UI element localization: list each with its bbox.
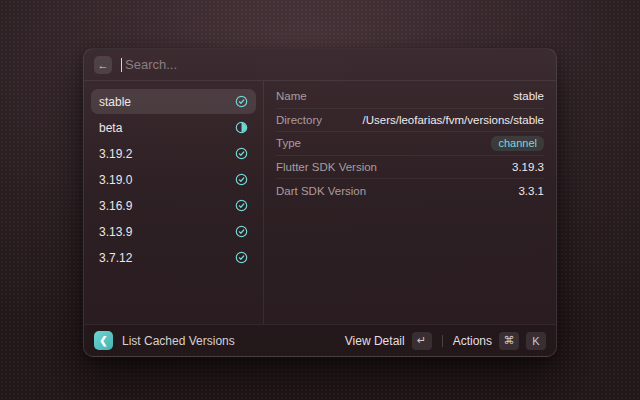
footer-actions: View Detail ↵ Actions ⌘ K bbox=[345, 332, 546, 350]
detail-value: 3.3.1 bbox=[518, 185, 544, 197]
list-item-3-7-12[interactable]: 3.7.12 bbox=[91, 245, 256, 270]
extension-name: List Cached Versions bbox=[122, 334, 235, 348]
back-button[interactable]: ← bbox=[94, 56, 112, 74]
list-item-beta[interactable]: beta bbox=[91, 115, 256, 140]
detail-label: Dart SDK Version bbox=[276, 185, 366, 197]
view-detail-button[interactable]: View Detail bbox=[345, 334, 405, 348]
detail-label: Type bbox=[276, 137, 301, 149]
back-arrow-icon: ← bbox=[98, 59, 109, 71]
channel-tag: channel bbox=[491, 136, 544, 151]
footer-divider bbox=[442, 335, 443, 347]
detail-row-directory: Directory /Users/leofarias/fvm/versions/… bbox=[276, 109, 544, 133]
detail-row-type: Type channel bbox=[276, 132, 544, 156]
k-keycap: K bbox=[526, 332, 546, 350]
detail-label: Flutter SDK Version bbox=[276, 161, 377, 173]
detail-panel: Name stable Directory /Users/leofarias/f… bbox=[264, 81, 556, 324]
action-bar: ❮ List Cached Versions View Detail ↵ Act… bbox=[84, 324, 556, 356]
list-item-label: 3.19.2 bbox=[99, 147, 132, 161]
check-circle-icon bbox=[235, 199, 248, 212]
check-circle-icon bbox=[235, 173, 248, 186]
list-item-3-19-0[interactable]: 3.19.0 bbox=[91, 167, 256, 192]
list-item-3-19-2[interactable]: 3.19.2 bbox=[91, 141, 256, 166]
list-item-label: stable bbox=[99, 95, 131, 109]
detail-row-flutter-sdk: Flutter SDK Version 3.19.3 bbox=[276, 156, 544, 180]
cmd-keycap: ⌘ bbox=[499, 332, 519, 350]
window-body: stable beta 3.19.2 3.19.0 bbox=[84, 81, 556, 324]
detail-value: /Users/leofarias/fvm/versions/stable bbox=[362, 114, 544, 126]
check-circle-icon bbox=[235, 225, 248, 238]
list-item-label: beta bbox=[99, 121, 122, 135]
list-item-label: 3.7.12 bbox=[99, 251, 132, 265]
detail-label: Directory bbox=[276, 114, 322, 126]
actions-menu-button[interactable]: Actions bbox=[453, 334, 492, 348]
detail-value: 3.19.3 bbox=[512, 161, 544, 173]
fvm-extension-icon: ❮ bbox=[94, 331, 113, 350]
list-item-label: 3.16.9 bbox=[99, 199, 132, 213]
text-caret bbox=[121, 58, 122, 72]
detail-row-name: Name stable bbox=[276, 85, 544, 109]
list-item-3-16-9[interactable]: 3.16.9 bbox=[91, 193, 256, 218]
check-circle-icon bbox=[235, 251, 248, 264]
list-item-label: 3.13.9 bbox=[99, 225, 132, 239]
detail-label: Name bbox=[276, 90, 307, 102]
half-circle-icon bbox=[235, 121, 248, 134]
search-bar: ← Search... bbox=[84, 49, 556, 81]
flutter-logo-glyph: ❮ bbox=[99, 335, 107, 346]
list-item-3-13-9[interactable]: 3.13.9 bbox=[91, 219, 256, 244]
list-item-stable[interactable]: stable bbox=[91, 89, 256, 114]
list-item-label: 3.19.0 bbox=[99, 173, 132, 187]
check-circle-icon bbox=[235, 95, 248, 108]
search-input[interactable]: Search... bbox=[125, 57, 177, 72]
enter-keycap: ↵ bbox=[412, 332, 432, 350]
launcher-window: ← Search... stable beta 3.19.2 bbox=[83, 48, 557, 357]
detail-value: stable bbox=[513, 90, 544, 102]
detail-row-dart-sdk: Dart SDK Version 3.3.1 bbox=[276, 179, 544, 203]
check-circle-icon bbox=[235, 147, 248, 160]
version-list: stable beta 3.19.2 3.19.0 bbox=[84, 81, 264, 324]
